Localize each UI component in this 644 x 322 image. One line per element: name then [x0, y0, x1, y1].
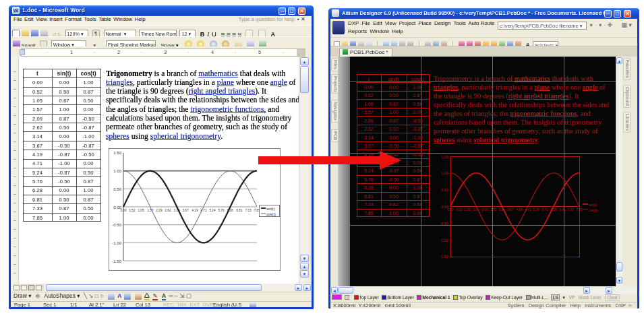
- svg-text:1.00: 1.00: [84, 187, 94, 193]
- svg-text:0.00: 0.00: [59, 79, 69, 86]
- svg-text:t: t: [36, 70, 38, 77]
- svg-text:-1.00: -1.00: [413, 135, 423, 140]
- svg-text:-1.00: -1.00: [440, 238, 448, 243]
- svg-text:4.19: 4.19: [517, 208, 523, 212]
- svg-text:6.81: 6.81: [364, 194, 374, 199]
- svg-text:1.50: 1.50: [441, 155, 448, 159]
- svg-text:7.85: 7.85: [32, 215, 42, 221]
- svg-text:0.00: 0.00: [389, 185, 399, 190]
- svg-text:0.87: 0.87: [413, 194, 423, 199]
- svg-text:0.50: 0.50: [441, 188, 448, 192]
- svg-text:3.14: 3.14: [32, 133, 42, 139]
- svg-text:2.09: 2.09: [364, 119, 374, 123]
- svg-text:5.76: 5.76: [542, 208, 548, 212]
- svg-text:0.00: 0.00: [121, 209, 127, 212]
- svg-text:7.33: 7.33: [32, 205, 42, 212]
- svg-text:-0.50: -0.50: [58, 143, 69, 149]
- svg-text:1.05: 1.05: [465, 208, 471, 212]
- svg-text:0.50: 0.50: [413, 168, 423, 173]
- svg-text:sin(t): sin(t): [266, 207, 274, 211]
- svg-text:-1.00: -1.00: [388, 160, 399, 165]
- svg-text:3.67: 3.67: [32, 143, 42, 149]
- svg-text:0.87: 0.87: [59, 205, 69, 212]
- svg-text:-0.50: -0.50: [413, 152, 423, 157]
- svg-text:-0.87: -0.87: [58, 170, 69, 176]
- svg-text:0.50: 0.50: [389, 194, 399, 199]
- svg-text:-0.50: -0.50: [388, 143, 399, 148]
- svg-text:sin(t): sin(t): [589, 203, 597, 207]
- svg-text:3.67: 3.67: [508, 208, 514, 212]
- svg-text:4.19: 4.19: [32, 152, 42, 158]
- svg-text:-0.87: -0.87: [413, 143, 423, 148]
- svg-text:3.67: 3.67: [183, 209, 189, 212]
- svg-text:7.33: 7.33: [245, 209, 252, 212]
- svg-text:2.62: 2.62: [32, 125, 42, 131]
- svg-text:-1.50: -1.50: [112, 259, 121, 263]
- svg-text:1.00: 1.00: [413, 85, 423, 90]
- svg-text:-0.50: -0.50: [82, 116, 94, 122]
- svg-text:-1.00: -1.00: [58, 160, 69, 166]
- svg-text:1.00: 1.00: [113, 169, 121, 173]
- svg-text:0.00: 0.00: [389, 135, 399, 140]
- svg-text:0.00: 0.00: [448, 208, 454, 212]
- svg-text:-1.00: -1.00: [112, 241, 121, 245]
- svg-text:2.09: 2.09: [156, 209, 163, 212]
- svg-text:0.87: 0.87: [413, 93, 423, 98]
- svg-text:-0.87: -0.87: [82, 143, 94, 149]
- svg-text:7.85: 7.85: [577, 208, 583, 212]
- svg-text:6.28: 6.28: [364, 185, 374, 190]
- svg-text:0.87: 0.87: [84, 89, 94, 95]
- svg-text:-0.50: -0.50: [58, 179, 69, 185]
- svg-text:5.24: 5.24: [533, 208, 539, 212]
- svg-text:-0.50: -0.50: [82, 152, 94, 158]
- svg-text:0.50: 0.50: [113, 187, 121, 191]
- svg-text:-0.87: -0.87: [413, 127, 423, 131]
- svg-text:1.00: 1.00: [441, 171, 448, 175]
- svg-text:2.62: 2.62: [165, 209, 171, 212]
- svg-text:-1.50: -1.50: [440, 255, 448, 259]
- svg-text:4.19: 4.19: [192, 209, 198, 212]
- svg-text:cos(t): cos(t): [411, 76, 424, 82]
- svg-text:1.50: 1.50: [113, 151, 121, 155]
- svg-text:0.52: 0.52: [32, 89, 42, 95]
- svg-text:1.57: 1.57: [32, 106, 42, 112]
- svg-text:-0.87: -0.87: [388, 168, 399, 173]
- svg-text:0.00: 0.00: [59, 133, 69, 139]
- svg-text:0.00: 0.00: [84, 215, 94, 221]
- svg-text:t: t: [368, 76, 370, 82]
- svg-text:-0.87: -0.87: [82, 125, 94, 131]
- svg-text:1.00: 1.00: [84, 79, 94, 86]
- svg-text:2.62: 2.62: [364, 127, 374, 131]
- svg-text:0.50: 0.50: [413, 202, 423, 207]
- svg-text:0.50: 0.50: [84, 170, 94, 176]
- svg-text:-0.50: -0.50: [440, 222, 448, 226]
- svg-text:0.00: 0.00: [413, 160, 423, 165]
- svg-text:0.50: 0.50: [389, 93, 399, 98]
- svg-text:5.24: 5.24: [364, 168, 374, 173]
- svg-text:5.76: 5.76: [218, 209, 225, 212]
- svg-text:sin(t): sin(t): [388, 76, 400, 82]
- svg-text:0.50: 0.50: [389, 127, 399, 131]
- svg-text:6.28: 6.28: [32, 187, 42, 193]
- svg-text:0.50: 0.50: [59, 125, 69, 131]
- svg-text:1.05: 1.05: [364, 102, 374, 106]
- svg-text:5.76: 5.76: [364, 177, 374, 182]
- svg-text:0.50: 0.50: [59, 89, 69, 95]
- svg-text:3.67: 3.67: [364, 143, 374, 148]
- svg-text:1.57: 1.57: [364, 110, 374, 115]
- svg-text:0.00: 0.00: [84, 106, 94, 112]
- svg-text:0.00: 0.00: [59, 187, 69, 193]
- svg-text:sin(t): sin(t): [57, 70, 71, 77]
- svg-text:4.71: 4.71: [32, 160, 42, 166]
- svg-text:0.50: 0.50: [84, 98, 94, 104]
- svg-text:6.81: 6.81: [237, 209, 243, 212]
- svg-text:6.81: 6.81: [560, 208, 566, 212]
- svg-text:cos(t): cos(t): [589, 208, 598, 212]
- svg-text:-0.87: -0.87: [388, 152, 399, 157]
- svg-text:-1.00: -1.00: [82, 133, 94, 139]
- svg-text:1.00: 1.00: [389, 211, 399, 216]
- svg-text:0.87: 0.87: [59, 98, 69, 104]
- svg-text:1.00: 1.00: [413, 185, 423, 190]
- svg-text:0.52: 0.52: [364, 93, 374, 98]
- svg-text:0.00: 0.00: [413, 110, 423, 115]
